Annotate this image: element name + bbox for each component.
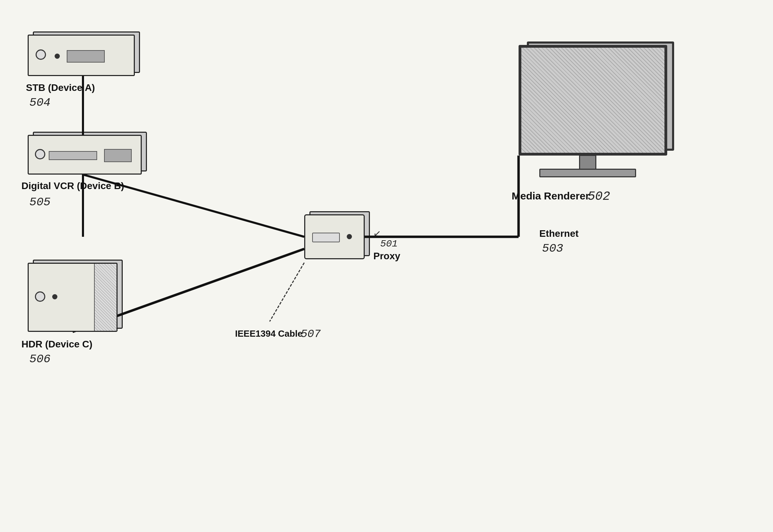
cable-label: IEEE1394 Cable <box>235 328 302 339</box>
stb-label: STB (Device A) <box>26 82 95 93</box>
hdr-number: 506 <box>29 353 50 366</box>
stb-display-rect <box>67 50 105 63</box>
proxy-dot <box>347 234 352 239</box>
diagram-container: STB (Device A) 504 Digital VCR (Device B… <box>0 0 773 532</box>
hdr-texture-panel <box>94 264 117 331</box>
stb-device-box <box>28 35 135 76</box>
tv-stand-base <box>539 169 636 177</box>
stb-number: 504 <box>29 96 50 109</box>
tv-device-box <box>512 45 674 180</box>
vcr-label: Digital VCR (Device B) <box>21 180 124 192</box>
vcr-tape-slot <box>49 151 97 160</box>
proxy-device-box <box>304 214 365 259</box>
stb-dot <box>55 54 60 59</box>
tv-screen <box>519 45 667 156</box>
proxy-slot <box>312 233 340 242</box>
vcr-number: 505 <box>29 196 50 209</box>
vcr-device-box <box>28 135 142 175</box>
media-renderer-number: 502 <box>588 189 610 204</box>
media-renderer-label: Media Renderer <box>512 190 589 202</box>
vcr-circle <box>35 149 45 159</box>
svg-line-5 <box>270 263 304 321</box>
stb-circle <box>36 49 46 60</box>
hdr-label: HDR (Device C) <box>21 339 92 350</box>
hdr-device-box <box>28 263 118 332</box>
proxy-arrow-label: ↙ <box>373 228 381 239</box>
ethernet-label: Ethernet <box>539 228 579 239</box>
hdr-circle <box>35 291 45 302</box>
proxy-ref-number: 501 <box>380 239 398 249</box>
proxy-label: Proxy <box>373 251 400 262</box>
hdr-dot <box>52 294 57 299</box>
vcr-label-rect <box>104 149 132 162</box>
cable-number: 507 <box>301 328 321 340</box>
ethernet-number: 503 <box>542 242 563 255</box>
